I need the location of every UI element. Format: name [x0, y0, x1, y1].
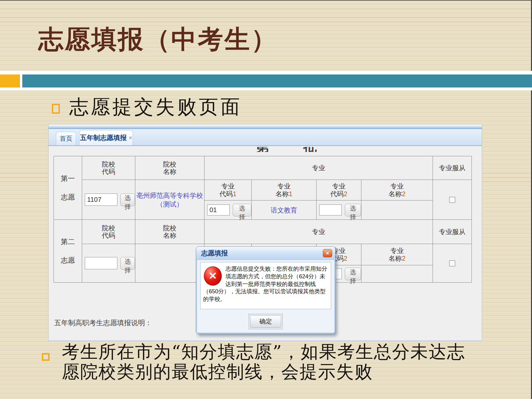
col-header-major-name-2-2nd: 专业 名称2: [361, 244, 433, 265]
first-major-code1-cell: 选择: [204, 200, 252, 220]
col-header-major-code-2: 专业 代码2: [317, 180, 361, 200]
col-header-major-code-1: 专业 代码1: [204, 180, 252, 200]
first-major-code2-select-button[interactable]: 选择: [345, 204, 361, 216]
ok-button[interactable]: 确定: [250, 315, 281, 328]
col-header-college-code: 院校代码: [82, 156, 135, 180]
ok-button-focus-ring: 确定: [249, 314, 283, 329]
first-major-name2-cell: [361, 200, 433, 220]
bullet-square-icon: [42, 353, 50, 361]
tab-close-icon[interactable]: ×: [129, 135, 132, 141]
col-header-major-obey-2nd: 专业服从: [433, 220, 472, 244]
col-header-major-name-1: 专业 名称1: [252, 180, 317, 200]
tab-home[interactable]: 首页: [56, 132, 76, 145]
note-text: 五年制高职考生志愿填报说明：: [54, 318, 152, 328]
page-title: 志愿填报（中考生）: [38, 23, 278, 57]
first-major-code1-input[interactable]: [207, 204, 230, 215]
second-college-code-cell: 选择: [82, 244, 135, 283]
tab-home-label: 首页: [60, 134, 72, 143]
second-major-name2-cell: [361, 265, 433, 283]
tab-bar: 首页 五年制志愿填报 ×: [49, 129, 482, 146]
row-label-first-choice: 第一 志愿: [54, 156, 82, 220]
first-major-obey-checkbox[interactable]: [449, 197, 455, 203]
tab-five-year-volunteer[interactable]: 五年制志愿填报 ×: [79, 130, 133, 145]
row-label-second-choice: 第二 志愿: [54, 220, 82, 283]
first-major-obey-cell: [433, 180, 472, 220]
second-major-code2-select-button[interactable]: 选择: [345, 268, 361, 280]
col-header-major-obey: 专业服从: [433, 156, 472, 180]
batch-heading-clipped: 第一批: [241, 147, 341, 152]
first-major-name1-link[interactable]: 语文教育: [271, 206, 297, 214]
col-header-major: 专业: [204, 156, 433, 180]
slide: 志愿填报（中考生） 志愿提交失败页面 首页 五年制志愿填报 × 第一批: [0, 0, 532, 399]
first-college-code-cell: 选择: [82, 180, 135, 220]
col-header-college-name: 院校名称: [135, 156, 204, 180]
first-college-name-link[interactable]: 亳州师范高等专科学校 （测试）: [137, 192, 203, 208]
dialog-titlebar[interactable]: 志愿填报 ×: [196, 247, 335, 260]
first-major-code2-input[interactable]: [319, 204, 342, 215]
dialog-title: 志愿填报: [201, 249, 228, 258]
divider-teal-bar: [22, 74, 532, 87]
second-college-select-button[interactable]: 选择: [120, 257, 135, 270]
error-icon: ✕: [204, 266, 222, 286]
first-major-name1-cell: 语文教育: [252, 200, 317, 220]
bullet-square-icon: [52, 104, 60, 114]
second-college-code-input[interactable]: [85, 257, 117, 269]
col-header-major-name-2: 专业 名称2: [361, 180, 433, 200]
second-college-name-cell: [135, 244, 204, 283]
second-major-obey-cell: [433, 244, 472, 283]
col-header-major-2nd: 专业: [204, 220, 433, 244]
volunteer-submit-dialog: 志愿填报 × ✕ 志愿信息提交失败：您所在的市采用知分填志愿的方式，但您的总分（…: [196, 246, 335, 334]
divider-orange-block: [0, 74, 20, 87]
tab-active-label: 五年制志愿填报: [80, 133, 127, 142]
first-college-name-cell: 亳州师范高等专科学校 （测试）: [135, 180, 204, 220]
dialog-footer: 确定: [196, 309, 335, 334]
bullet1-text: 志愿提交失败页面: [69, 94, 242, 120]
col-header-college-name-2nd: 院校名称: [135, 220, 204, 244]
first-major-code1-select-button[interactable]: 选择: [233, 204, 251, 216]
second-major-obey-checkbox[interactable]: [449, 260, 455, 266]
first-major-code2-cell: 选择: [317, 200, 361, 220]
application-screenshot: 首页 五年制志愿填报 × 第一批 第一 志愿: [48, 124, 482, 341]
dialog-message-panel: ✕ 志愿信息提交失败：您所在的市采用知分填志愿的方式，但您的总分（624分）未达…: [200, 262, 331, 309]
bullet2-text: 考生所在市为“知分填志愿”，如果考生总分未达志 愿院校类别的最低控制线，会提示失…: [62, 342, 504, 382]
first-college-code-input[interactable]: [85, 194, 117, 206]
dialog-message: 志愿信息提交失败：您所在的市采用知分填志愿的方式，但您的总分（624分）未达到第…: [203, 266, 327, 302]
screenshot-top-banner: [49, 124, 482, 129]
slide-top-edge: [0, 0, 532, 1]
first-college-select-button[interactable]: 选择: [120, 194, 135, 206]
close-icon[interactable]: ×: [323, 249, 332, 257]
bullet2-line2: 愿院校类别的最低控制线，会提示失败: [62, 362, 504, 382]
bullet2-line1: 考生所在市为“知分填志愿”，如果考生总分未达志: [62, 342, 504, 362]
col-header-college-code-2nd: 院校代码: [82, 220, 135, 244]
